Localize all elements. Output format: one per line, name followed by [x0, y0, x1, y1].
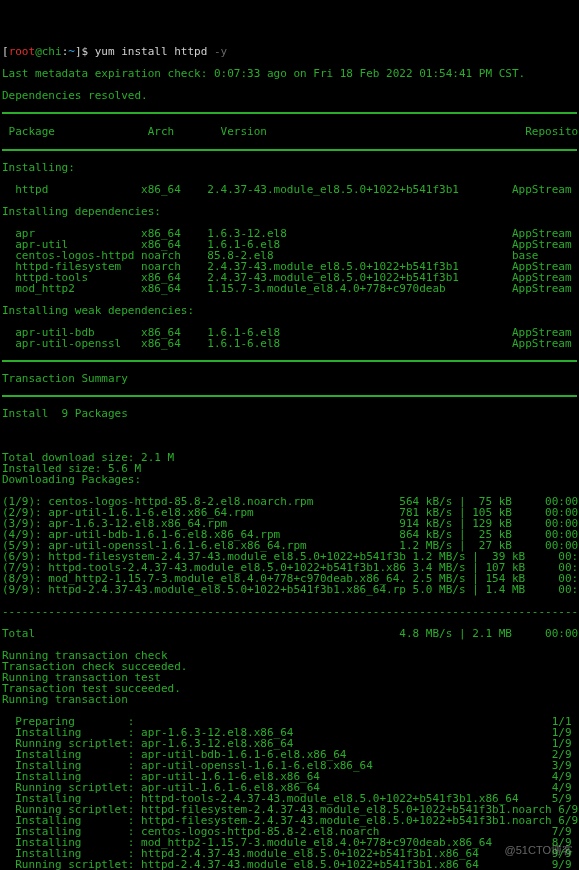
transaction-summary: Transaction Summary [2, 373, 577, 384]
package-row: apr-util-openssl x86_64 1.6.1-6.el8 AppS… [2, 338, 577, 349]
installing-header: Installing: [2, 162, 577, 173]
prompt-path: ~ [68, 45, 75, 58]
dash-line: ----------------------------------------… [2, 606, 577, 617]
totals-line: Downloading Packages: [2, 474, 577, 485]
prompt-open-bracket: [ [2, 45, 9, 58]
installing-weak-header: Installing weak dependencies: [2, 305, 577, 316]
package-table-header: Package Arch Version Repository Size [2, 126, 577, 137]
command-option: -y [214, 45, 227, 58]
prompt-user: root [9, 45, 36, 58]
txn-step: Running transaction [2, 694, 577, 705]
metadata-line: Last metadata expiration check: 0:07:33 … [2, 68, 577, 79]
download-total: Total 4.8 MB/s | 2.1 MB 00:00 [2, 628, 577, 639]
package-table-header-rule: Package Arch Version Repository Size [2, 112, 577, 151]
install-count: Install 9 Packages [2, 408, 577, 419]
deps-resolved-line: Dependencies resolved. [2, 90, 577, 101]
prompt-at: @ [35, 45, 42, 58]
command-text: $ yum install httpd [82, 45, 214, 58]
watermark: @51CTO博客 [505, 845, 573, 856]
installing-deps-header: Installing dependencies: [2, 206, 577, 217]
separator-line [2, 360, 577, 362]
download-row: (9/9): httpd-2.4.37-43.module_el8.5.0+10… [2, 584, 577, 595]
prompt-line[interactable]: [root@chi:~]$ yum install httpd -y [2, 46, 577, 57]
package-row: httpd x86_64 2.4.37-43.module_el8.5.0+10… [2, 184, 577, 195]
prompt-close-bracket: ] [75, 45, 82, 58]
package-row: mod_http2 x86_64 1.15.7-3.module_el8.4.0… [2, 283, 577, 294]
prompt-host: chi [42, 45, 62, 58]
separator-line [2, 395, 577, 397]
